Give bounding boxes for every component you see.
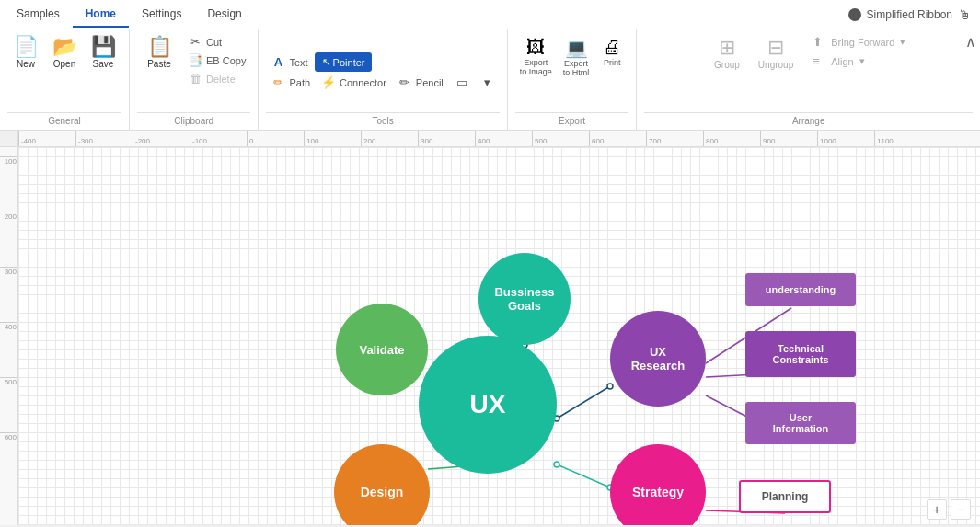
tools-bottom-row: ✏ Path ⚡ Connector ✏ Pencil ▭ ▾ [266,74,499,91]
pencil-icon: ✏ [398,75,412,89]
new-label: New [17,59,35,69]
node-ux[interactable]: UX [419,336,557,474]
group-label: Group [714,60,740,70]
ruler-top-mark: -400 [18,131,36,147]
pointer-icon: ↖ [322,56,330,68]
print-button[interactable]: 🖨 Print [595,33,628,71]
copy-button[interactable]: 📑 EB Copy [183,52,250,69]
ruler-top-mark: 200 [361,131,375,147]
path-icon: ✏ [271,75,285,89]
paste-button[interactable]: 📋 Paste [137,33,181,73]
node-business-goals[interactable]: BussinessGoals [478,253,571,345]
ruler-top-mark: -200 [133,131,150,147]
export-html-button[interactable]: 💻 Exportto Html [559,33,594,81]
pencil-label: Pencil [416,77,444,88]
tab-samples[interactable]: Samples [4,2,73,28]
ribbon-collapse-button[interactable]: ∧ [965,33,976,51]
connector-icon: ⚡ [321,75,336,89]
arrange-label: Arrange [644,112,973,126]
delete-button[interactable]: 🗑 Delete [183,70,250,87]
canvas-area: -400-300-200-100010020030040050060070080… [0,131,980,525]
node-design[interactable]: Design [334,444,430,525]
zoom-out-button[interactable]: − [951,499,971,520]
group-icon: ⊞ [719,36,735,60]
ruler-top-mark: 700 [646,131,661,147]
pencil-button[interactable]: ✏ Pencil [393,74,448,91]
copy-label: EB Copy [206,55,246,66]
simplified-ribbon-label: Simplified Ribbon [867,8,952,21]
tab-design[interactable]: Design [194,2,254,28]
ruler-left-mark: 200 [0,212,18,221]
bring-forward-dropdown-icon[interactable]: ▾ [900,36,905,48]
text-icon: A [271,55,285,69]
align-icon: ≡ [813,54,827,68]
save-label: Save [93,59,114,69]
path-label: Path [289,77,310,88]
group-ungroup-buttons: ⊞ Group ⊟ Ungroup [707,33,801,73]
ungroup-button[interactable]: ⊟ Ungroup [751,33,801,73]
open-icon: 📂 [52,37,77,57]
node-validate[interactable]: Validate [336,304,428,395]
more-shapes-button[interactable]: ▾ [476,74,500,91]
zoom-in-button[interactable]: + [927,499,947,520]
ruler-top-mark: 900 [760,131,775,147]
ruler-left-mark: 100 [0,156,18,166]
connector-label: Connector [340,77,386,88]
ruler-top-mark: 800 [703,131,718,147]
save-icon: 💾 [91,37,116,57]
export-image-icon: 🖼 [526,37,545,58]
svg-point-16 [607,384,613,389]
shape-button[interactable]: ▭ [450,74,474,91]
delete-label: Delete [206,74,236,85]
node-ux-research[interactable]: UXResearch [610,311,706,407]
tab-home[interactable]: Home [73,2,129,28]
clipboard-label: Clipboard [137,112,250,126]
bring-forward-button[interactable]: ⬆ Bring Forward ▾ [808,33,910,51]
svg-point-19 [554,462,559,467]
section-tools: A Text ↖ Pointer ✏ Path ⚡ Connector [259,29,507,130]
bring-forward-group: ⬆ Bring Forward ▾ ≡ Align ▾ [808,33,910,70]
cut-icon: ✂ [188,35,202,49]
group-button[interactable]: ⊞ Group [707,33,747,73]
delete-icon: 🗑 [188,72,202,86]
node-understanding[interactable]: understanding [745,273,856,306]
align-button[interactable]: ≡ Align ▾ [808,52,910,70]
cut-label: Cut [206,37,222,48]
node-technical-constraints[interactable]: TechnicalConstraints [745,331,856,377]
new-icon: 📄 [14,37,39,57]
print-label: Print [604,58,621,67]
open-label: Open [53,59,75,69]
simplified-ribbon-toggle[interactable]: Simplified Ribbon 🖱 [848,7,980,22]
pointer-button[interactable]: ↖ Pointer [315,52,373,72]
export-html-label: Exportto Html [563,59,590,77]
general-label: General [7,112,121,126]
cursor-icon: 🖱 [958,7,971,22]
cut-button[interactable]: ✂ Cut [183,33,250,51]
connector-button[interactable]: ⚡ Connector [317,74,391,91]
clipboard-buttons: 📋 Paste ✂ Cut 📑 EB Copy 🗑 Delete [137,33,250,110]
tab-bar: Samples Home Settings Design Simplified … [0,0,980,29]
canvas-body: 100200300400500600 [0,147,980,525]
ruler-top-marks: -400-300-200-100010020030040050060070080… [18,131,980,147]
print-icon: 🖨 [603,37,621,58]
ruler-top-mark: -100 [190,131,207,147]
export-image-button[interactable]: 🖼 Exportto Image [515,33,557,80]
node-user-information[interactable]: UserInformation [745,402,856,444]
node-planning[interactable]: Planning [739,480,831,513]
canvas-main[interactable]: UX BussinessGoals Validate UXResearch De… [18,147,980,525]
ruler-top-mark: 400 [475,131,490,147]
node-strategy[interactable]: Strategy [610,444,706,525]
shape-icon: ▭ [455,75,469,89]
align-dropdown-icon[interactable]: ▾ [859,55,865,67]
text-button[interactable]: A Text [266,52,312,72]
ruler-top-mark: 100 [304,131,318,147]
tools-label: Tools [266,112,499,126]
new-button[interactable]: 📄 New [7,33,44,73]
open-button[interactable]: 📂 Open [46,33,83,73]
bring-forward-icon: ⬆ [813,35,827,49]
save-button[interactable]: 💾 Save [85,33,121,73]
ruler-top-mark: 300 [418,131,432,147]
path-button[interactable]: ✏ Path [266,74,315,91]
section-export: 🖼 Exportto Image 💻 Exportto Html 🖨 Print… [508,29,638,130]
tab-settings[interactable]: Settings [129,2,194,28]
